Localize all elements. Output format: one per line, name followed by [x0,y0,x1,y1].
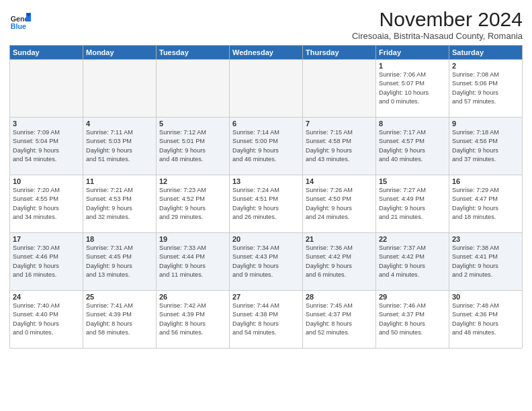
day-number: 8 [379,120,446,128]
cell-w5-d3: 26Sunrise: 7:42 AM Sunset: 4:39 PM Dayli… [157,291,230,349]
cell-w1-d7: 2Sunrise: 7:08 AM Sunset: 5:06 PM Daylig… [449,60,523,118]
day-number: 9 [452,120,519,128]
cell-w2-d1: 3Sunrise: 7:09 AM Sunset: 5:04 PM Daylig… [10,118,83,175]
day-number: 1 [379,62,446,70]
day-number: 18 [86,235,153,243]
day-number: 27 [232,293,300,301]
day-detail: Sunrise: 7:45 AM Sunset: 4:37 PM Dayligh… [306,302,373,337]
cell-w3-d5: 14Sunrise: 7:26 AM Sunset: 4:50 PM Dayli… [303,175,376,233]
header-thursday: Thursday [303,46,376,60]
cell-w5-d2: 25Sunrise: 7:41 AM Sunset: 4:39 PM Dayli… [83,291,157,349]
day-detail: Sunrise: 7:48 AM Sunset: 4:36 PM Dayligh… [452,302,519,337]
day-number: 14 [306,177,373,185]
day-number: 12 [159,177,226,185]
day-number: 7 [306,120,373,128]
header-wednesday: Wednesday [230,46,303,60]
day-detail: Sunrise: 7:37 AM Sunset: 4:42 PM Dayligh… [379,244,446,279]
day-detail: Sunrise: 7:15 AM Sunset: 4:58 PM Dayligh… [306,128,373,164]
title-block: November 2024 Ciresoaia, Bistrita-Nasaud… [352,8,523,41]
svg-text:Blue: Blue [11,22,26,30]
cell-w2-d6: 8Sunrise: 7:17 AM Sunset: 4:57 PM Daylig… [376,118,449,175]
calendar-table: Sunday Monday Tuesday Wednesday Thursday… [9,45,523,349]
cell-w1-d6: 1Sunrise: 7:06 AM Sunset: 5:07 PM Daylig… [376,60,449,118]
week-row-4: 17Sunrise: 7:30 AM Sunset: 4:46 PM Dayli… [10,233,523,291]
cell-w1-d1 [10,60,83,118]
day-detail: Sunrise: 7:11 AM Sunset: 5:03 PM Dayligh… [86,128,153,164]
week-row-3: 10Sunrise: 7:20 AM Sunset: 4:55 PM Dayli… [10,175,523,233]
cell-w4-d1: 17Sunrise: 7:30 AM Sunset: 4:46 PM Dayli… [10,233,83,291]
cell-w3-d6: 15Sunrise: 7:27 AM Sunset: 4:49 PM Dayli… [376,175,449,233]
day-number: 19 [159,235,226,243]
day-number: 10 [13,177,80,185]
cell-w4-d6: 22Sunrise: 7:37 AM Sunset: 4:42 PM Dayli… [376,233,449,291]
day-number: 20 [232,235,300,243]
day-number: 2 [452,62,519,70]
cell-w5-d7: 30Sunrise: 7:48 AM Sunset: 4:36 PM Dayli… [449,291,523,349]
day-detail: Sunrise: 7:40 AM Sunset: 4:40 PM Dayligh… [13,302,80,337]
day-number: 25 [86,293,153,301]
cell-w3-d2: 11Sunrise: 7:21 AM Sunset: 4:53 PM Dayli… [83,175,157,233]
logo-icon: General Blue [9,11,31,32]
cell-w2-d3: 5Sunrise: 7:12 AM Sunset: 5:01 PM Daylig… [157,118,230,175]
day-detail: Sunrise: 7:24 AM Sunset: 4:51 PM Dayligh… [232,186,300,222]
day-number: 5 [159,120,226,128]
cell-w5-d6: 29Sunrise: 7:46 AM Sunset: 4:37 PM Dayli… [376,291,449,349]
cell-w2-d5: 7Sunrise: 7:15 AM Sunset: 4:58 PM Daylig… [303,118,376,175]
cell-w3-d1: 10Sunrise: 7:20 AM Sunset: 4:55 PM Dayli… [10,175,83,233]
day-detail: Sunrise: 7:27 AM Sunset: 4:49 PM Dayligh… [379,186,446,222]
day-detail: Sunrise: 7:41 AM Sunset: 4:39 PM Dayligh… [86,302,153,337]
logo: General Blue [9,11,31,32]
week-row-1: 1Sunrise: 7:06 AM Sunset: 5:07 PM Daylig… [10,60,523,118]
day-detail: Sunrise: 7:18 AM Sunset: 4:56 PM Dayligh… [452,128,519,164]
cell-w1-d3 [157,60,230,118]
day-number: 24 [13,293,80,301]
day-number: 4 [86,120,153,128]
day-detail: Sunrise: 7:36 AM Sunset: 4:42 PM Dayligh… [306,244,373,279]
cell-w4-d5: 21Sunrise: 7:36 AM Sunset: 4:42 PM Dayli… [303,233,376,291]
day-number: 13 [232,177,300,185]
week-row-5: 24Sunrise: 7:40 AM Sunset: 4:40 PM Dayli… [10,291,523,349]
day-number: 22 [379,235,446,243]
day-detail: Sunrise: 7:29 AM Sunset: 4:47 PM Dayligh… [452,186,519,222]
month-title: November 2024 [352,8,523,31]
cell-w5-d4: 27Sunrise: 7:44 AM Sunset: 4:38 PM Dayli… [230,291,303,349]
day-detail: Sunrise: 7:17 AM Sunset: 4:57 PM Dayligh… [379,128,446,164]
cell-w5-d5: 28Sunrise: 7:45 AM Sunset: 4:37 PM Dayli… [303,291,376,349]
cell-w5-d1: 24Sunrise: 7:40 AM Sunset: 4:40 PM Dayli… [10,291,83,349]
day-detail: Sunrise: 7:34 AM Sunset: 4:43 PM Dayligh… [232,244,300,279]
day-detail: Sunrise: 7:30 AM Sunset: 4:46 PM Dayligh… [13,244,80,279]
day-detail: Sunrise: 7:21 AM Sunset: 4:53 PM Dayligh… [86,186,153,222]
header-tuesday: Tuesday [157,46,230,60]
day-number: 15 [379,177,446,185]
day-detail: Sunrise: 7:12 AM Sunset: 5:01 PM Dayligh… [159,128,226,164]
day-detail: Sunrise: 7:42 AM Sunset: 4:39 PM Dayligh… [159,302,226,337]
cell-w1-d5 [303,60,376,118]
day-number: 26 [159,293,226,301]
day-number: 16 [452,177,519,185]
day-number: 3 [13,120,80,128]
day-detail: Sunrise: 7:44 AM Sunset: 4:38 PM Dayligh… [232,302,300,337]
day-number: 21 [306,235,373,243]
cell-w3-d4: 13Sunrise: 7:24 AM Sunset: 4:51 PM Dayli… [230,175,303,233]
day-number: 6 [232,120,300,128]
day-detail: Sunrise: 7:38 AM Sunset: 4:41 PM Dayligh… [452,244,519,279]
cell-w4-d2: 18Sunrise: 7:31 AM Sunset: 4:45 PM Dayli… [83,233,157,291]
header-sunday: Sunday [10,46,83,60]
cell-w1-d4 [230,60,303,118]
day-number: 23 [452,235,519,243]
day-number: 28 [306,293,373,301]
day-detail: Sunrise: 7:06 AM Sunset: 5:07 PM Dayligh… [379,71,446,106]
day-detail: Sunrise: 7:26 AM Sunset: 4:50 PM Dayligh… [306,186,373,222]
cell-w4-d4: 20Sunrise: 7:34 AM Sunset: 4:43 PM Dayli… [230,233,303,291]
day-detail: Sunrise: 7:33 AM Sunset: 4:44 PM Dayligh… [159,244,226,279]
day-detail: Sunrise: 7:09 AM Sunset: 5:04 PM Dayligh… [13,128,80,164]
cell-w2-d4: 6Sunrise: 7:14 AM Sunset: 5:00 PM Daylig… [230,118,303,175]
header-friday: Friday [376,46,449,60]
cell-w3-d3: 12Sunrise: 7:23 AM Sunset: 4:52 PM Dayli… [157,175,230,233]
header-saturday: Saturday [449,46,523,60]
day-detail: Sunrise: 7:46 AM Sunset: 4:37 PM Dayligh… [379,302,446,337]
day-detail: Sunrise: 7:20 AM Sunset: 4:55 PM Dayligh… [13,186,80,222]
day-number: 17 [13,235,80,243]
week-row-2: 3Sunrise: 7:09 AM Sunset: 5:04 PM Daylig… [10,118,523,175]
cell-w1-d2 [83,60,157,118]
